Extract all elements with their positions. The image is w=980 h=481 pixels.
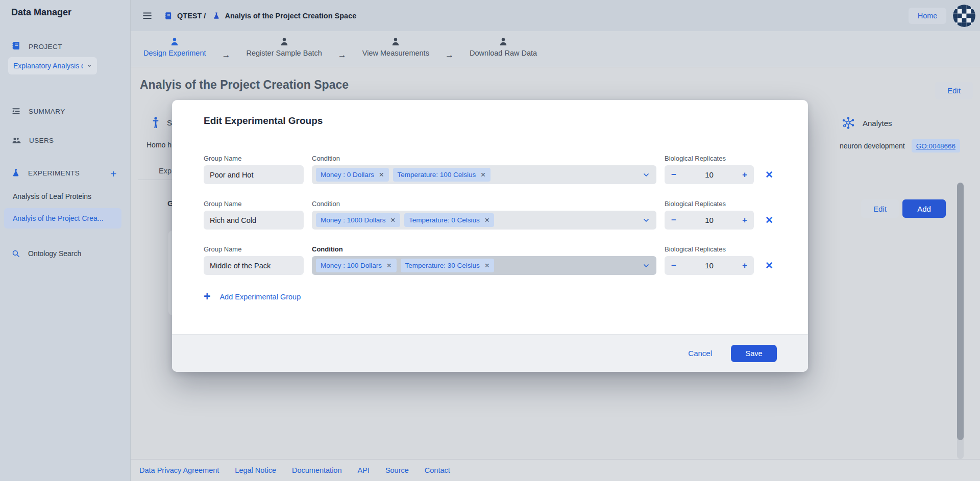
- workflow-stepper: Design Experiment → Register Sample Batc…: [131, 31, 980, 67]
- sidebar-item-experiments[interactable]: EXPERIMENTS: [11, 168, 80, 178]
- experimental-group-row: Group Name Condition Biological Replicat…: [204, 200, 776, 230]
- scrollbar-thumb[interactable]: [957, 183, 964, 440]
- group-name-label: Group Name: [204, 245, 304, 253]
- dialog-footer: Cancel Save: [172, 334, 808, 372]
- breadcrumb-project[interactable]: QTEST /: [177, 12, 206, 20]
- flask-icon: [212, 11, 220, 20]
- save-button[interactable]: Save: [731, 345, 777, 362]
- app-title: Data Manager: [11, 7, 71, 18]
- footer-link-contact[interactable]: Contact: [425, 466, 450, 474]
- remove-condition-icon[interactable]: ✕: [484, 262, 489, 269]
- sidebar-item-users[interactable]: USERS: [11, 136, 54, 145]
- replicates-label: Biological Replicates: [665, 155, 754, 162]
- footer-link-api[interactable]: API: [358, 466, 370, 474]
- sidebar-divider: [6, 88, 120, 88]
- condition-select[interactable]: Money : 0 Dollars✕ Temperature: 100 Cels…: [312, 165, 656, 184]
- page-footer: Data Privacy Agreement Legal Notice Docu…: [131, 459, 980, 481]
- sidebar-item-ontology-search[interactable]: Ontology Search: [11, 249, 81, 258]
- footer-link-legal-notice[interactable]: Legal Notice: [235, 466, 276, 474]
- remove-condition-icon[interactable]: ✕: [390, 216, 396, 224]
- replicates-stepper: − 10 +: [665, 165, 754, 184]
- condition-select[interactable]: Money : 1000 Dollars✕ Temperature: 0 Cel…: [312, 211, 656, 230]
- footer-link-source[interactable]: Source: [385, 466, 409, 474]
- group-name-input[interactable]: [204, 256, 304, 275]
- arrow-right-icon: →: [222, 50, 231, 67]
- increment-button[interactable]: +: [742, 216, 747, 224]
- add-group-button[interactable]: Add: [902, 199, 946, 218]
- step-design-experiment[interactable]: Design Experiment: [143, 37, 206, 67]
- home-button[interactable]: Home: [909, 8, 946, 24]
- replicates-label: Biological Replicates: [665, 200, 754, 208]
- scrollbar-track[interactable]: [957, 183, 964, 459]
- delete-row-icon[interactable]: ✕: [762, 260, 776, 271]
- sidebar-experiment-item-selected[interactable]: Analyis of the Project Crea...: [4, 208, 121, 229]
- condition-select[interactable]: Money : 100 Dollars✕ Temperature: 30 Cel…: [312, 256, 656, 275]
- top-bar: QTEST / Analyis of the Project Creation …: [131, 0, 980, 31]
- person-icon: [498, 37, 508, 47]
- project-selector[interactable]: Explanatory Analysis o...: [8, 57, 97, 74]
- replicates-value: 10: [705, 170, 714, 179]
- sidebar-item-summary[interactable]: SUMMARY: [11, 107, 65, 116]
- step-label: Download Raw Data: [470, 49, 537, 57]
- delete-row-icon[interactable]: ✕: [762, 214, 776, 226]
- remove-condition-icon[interactable]: ✕: [379, 171, 384, 179]
- analytes-section-title: Analytes: [863, 119, 892, 128]
- step-download-raw-data[interactable]: Download Raw Data: [470, 37, 537, 67]
- condition-chip-label: Money : 1000 Dollars: [321, 216, 386, 224]
- sidebar-experiment-item[interactable]: Analysis of Leaf Proteins: [13, 192, 91, 200]
- footer-link-documentation[interactable]: Documentation: [292, 466, 342, 474]
- step-register-sample-batch[interactable]: Register Sample Batch: [247, 37, 322, 67]
- avatar[interactable]: [953, 5, 975, 27]
- cancel-button[interactable]: Cancel: [688, 349, 712, 358]
- delete-row-icon[interactable]: ✕: [762, 169, 776, 181]
- remove-condition-icon[interactable]: ✕: [480, 171, 485, 179]
- step-label: Design Experiment: [143, 49, 206, 57]
- condition-label: Condition: [312, 155, 656, 162]
- experimental-group-row: Group Name Condition Biological Replicat…: [204, 155, 776, 184]
- sidebar-item-label: EXPERIMENTS: [28, 169, 80, 177]
- decrement-button[interactable]: −: [671, 170, 676, 179]
- ontology-id-link[interactable]: GO:0048666: [916, 142, 955, 150]
- notebook-icon: [164, 11, 173, 20]
- footer-link-data-privacy[interactable]: Data Privacy Agreement: [139, 466, 219, 474]
- chevron-down-icon[interactable]: [642, 216, 650, 224]
- edit-experiment-button[interactable]: Edit: [935, 82, 973, 99]
- condition-chip-label: Money : 100 Dollars: [321, 262, 382, 269]
- step-view-measurements[interactable]: View Measurements: [362, 37, 429, 67]
- group-name-label: Group Name: [204, 155, 304, 162]
- analyte-name: neuron development: [840, 142, 905, 150]
- plus-icon: +: [204, 291, 210, 302]
- chevron-down-icon[interactable]: [642, 171, 650, 179]
- condition-chip-label: Temperature: 100 Celsius: [398, 171, 476, 179]
- chevron-down-icon[interactable]: [642, 262, 650, 270]
- remove-condition-icon[interactable]: ✕: [484, 216, 489, 224]
- decrement-button[interactable]: −: [671, 261, 676, 270]
- remove-condition-icon[interactable]: ✕: [386, 262, 391, 269]
- person-icon: [390, 37, 401, 47]
- condition-chip: Temperature: 100 Celsius✕: [393, 168, 491, 182]
- group-name-label: Group Name: [204, 200, 304, 208]
- decrement-button[interactable]: −: [671, 216, 676, 224]
- group-name-input[interactable]: [204, 165, 304, 184]
- sidebar-item-label: PROJECT: [29, 43, 62, 50]
- condition-chip: Temperature: 0 Celsius✕: [404, 213, 494, 227]
- species-value-partial: Homo h: [146, 141, 172, 149]
- add-experimental-group-button[interactable]: + Add Experimental Group: [204, 291, 301, 302]
- sidebar-item-label: SUMMARY: [29, 108, 65, 115]
- tab-divider: [138, 180, 174, 180]
- replicates-label: Biological Replicates: [665, 245, 754, 253]
- sidebar-item-project[interactable]: PROJECT: [11, 41, 62, 52]
- increment-button[interactable]: +: [742, 170, 747, 179]
- add-experiment-icon[interactable]: +: [110, 168, 116, 179]
- person-icon: [169, 37, 180, 47]
- hamburger-menu-icon[interactable]: [142, 10, 153, 21]
- step-label: View Measurements: [362, 49, 429, 57]
- analytes-icon: [842, 116, 855, 130]
- tab-label-partial[interactable]: Exp: [159, 167, 172, 175]
- group-name-input[interactable]: [204, 211, 304, 230]
- increment-button[interactable]: +: [742, 261, 747, 270]
- breadcrumb-experiment[interactable]: Analyis of the Project Creation Space: [225, 12, 356, 20]
- sidebar-item-label: Ontology Search: [28, 249, 81, 258]
- edit-groups-button[interactable]: Edit: [861, 199, 899, 218]
- add-experimental-group-label: Add Experimental Group: [219, 293, 301, 301]
